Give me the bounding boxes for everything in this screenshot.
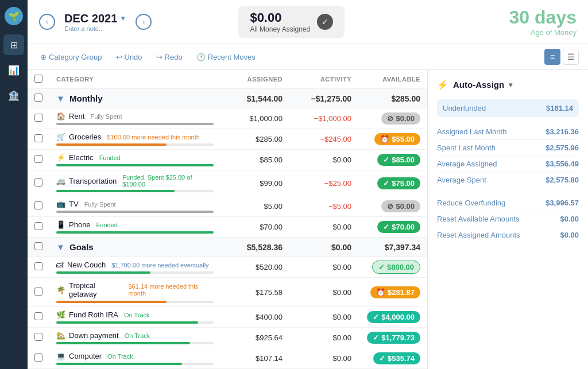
- cat-checkbox[interactable]: [34, 333, 42, 341]
- cat-checkbox[interactable]: [34, 201, 42, 209]
- action-row: Reset Assigned Amounts $0.00: [437, 227, 579, 243]
- group-arrow-icon[interactable]: ▼: [56, 242, 65, 252]
- available-badge[interactable]: ⏰ $55.00: [374, 133, 420, 145]
- cat-name-text[interactable]: Electric: [69, 153, 94, 162]
- add-category-group-button[interactable]: ⊕ Category Group: [37, 51, 106, 64]
- available-badge[interactable]: ✓ $1,779.73: [367, 332, 420, 344]
- cat-name-text[interactable]: Fund Roth IRA: [69, 310, 118, 319]
- action-label[interactable]: Reduce Overfunding: [437, 199, 505, 207]
- assigned-header: ASSIGNED: [220, 70, 289, 89]
- group-arrow-icon[interactable]: ▼: [56, 94, 65, 103]
- badge-icon: ✓: [383, 223, 389, 231]
- cat-name-text[interactable]: Rent: [69, 112, 84, 121]
- cat-assigned-amount[interactable]: $1,000.00: [220, 108, 289, 129]
- cat-icon: 🛋: [56, 261, 64, 269]
- group-assigned: $1,544.00: [220, 89, 289, 108]
- cat-checkbox[interactable]: [34, 262, 42, 270]
- stat-label[interactable]: Average Spent: [437, 176, 486, 184]
- select-all-checkbox[interactable]: [34, 75, 42, 83]
- group-checkbox[interactable]: [34, 242, 42, 250]
- sidebar-logo[interactable]: 🌱: [5, 7, 23, 25]
- group-checkbox[interactable]: [34, 94, 42, 102]
- available-badge[interactable]: ✓ $70.00: [377, 221, 420, 233]
- month-dropdown[interactable]: ▼: [119, 14, 126, 22]
- age-of-money: 30 days Age of Money: [509, 7, 577, 37]
- cat-assigned-amount[interactable]: $99.00: [220, 170, 289, 196]
- cat-checkbox[interactable]: [34, 354, 42, 362]
- available-badge[interactable]: ⊘ $0.00: [381, 112, 420, 125]
- cat-assigned-amount[interactable]: $175.58: [220, 278, 289, 307]
- cat-name-text[interactable]: Transportation: [69, 177, 117, 185]
- cat-name: 🏡 Down payment On Track: [56, 331, 214, 340]
- cat-assigned-amount[interactable]: $70.00: [220, 217, 289, 238]
- cat-checkbox[interactable]: [34, 155, 42, 163]
- underfunded-row[interactable]: Underfunded $161.14: [437, 99, 579, 117]
- note-field[interactable]: Enter a note...: [64, 25, 126, 32]
- sidebar-item-home[interactable]: ⊞: [3, 34, 24, 55]
- cat-checkbox[interactable]: [34, 134, 42, 142]
- cat-subtitle: On Track: [107, 353, 133, 360]
- stats-container: Assigned Last Month $3,216.36 Spent Last…: [437, 124, 579, 188]
- cat-checkbox[interactable]: [34, 288, 42, 296]
- progress-bar-wrap: [56, 211, 214, 213]
- cat-checkbox[interactable]: [34, 312, 42, 320]
- cat-checkbox[interactable]: [34, 114, 42, 122]
- cat-assigned-amount[interactable]: $107.14: [220, 348, 289, 369]
- cat-assigned-amount[interactable]: $5.00: [220, 196, 289, 217]
- cat-name: 📱 Phone Funded: [56, 220, 214, 229]
- cat-name-text[interactable]: Computer: [69, 352, 102, 360]
- right-panel: ⚡ Auto-Assign ▾ Underfunded $161.14 Assi…: [427, 70, 588, 369]
- cat-assigned-amount[interactable]: $400.00: [220, 307, 289, 328]
- stat-value: $3,556.49: [546, 160, 579, 168]
- redo-button[interactable]: ↪ Redo: [153, 51, 186, 64]
- cat-checkbox[interactable]: [34, 178, 42, 187]
- cat-assigned-amount[interactable]: $85.00: [220, 150, 289, 170]
- list-view-button[interactable]: ≡: [544, 49, 560, 65]
- stat-label[interactable]: Assigned Last Month: [437, 127, 506, 136]
- undo-button[interactable]: ↩ Undo: [113, 51, 146, 64]
- sidebar-item-chart[interactable]: 📊: [3, 60, 24, 80]
- cat-checkbox-cell: [28, 196, 49, 217]
- available-badge[interactable]: ⊘ $0.00: [381, 200, 420, 212]
- available-badge[interactable]: ✓ $535.74: [373, 352, 420, 364]
- table-row: 🏡 Down payment On Track $925.64 $0.00 ✓ …: [28, 328, 427, 348]
- badge-icon: ⊘: [387, 202, 393, 211]
- cat-assigned-amount[interactable]: $925.64: [220, 328, 289, 348]
- action-label[interactable]: Reset Assigned Amounts: [437, 231, 520, 239]
- cat-icon: 🌿: [56, 310, 65, 319]
- sidebar-item-bank[interactable]: 🏦: [3, 85, 24, 106]
- cat-assigned-amount[interactable]: $520.00: [220, 257, 289, 278]
- cat-icon: 💻: [56, 352, 65, 360]
- stat-label[interactable]: Spent Last Month: [437, 143, 496, 152]
- available-amount: $85.00: [392, 156, 415, 164]
- cat-name-text[interactable]: New Couch: [67, 261, 106, 269]
- available-badge[interactable]: ✓ $85.00: [377, 154, 420, 166]
- sidebar: 🌱 ⊞ 📊 🏦: [0, 0, 28, 369]
- cat-info-cell: ⚡ Electric Funded: [49, 150, 220, 170]
- cat-name-text[interactable]: TV: [69, 200, 79, 208]
- available-badge[interactable]: ⏰ $281.87: [370, 286, 420, 298]
- cat-name-text[interactable]: Groceries: [69, 133, 101, 141]
- badge-icon: ✓: [373, 333, 379, 342]
- cat-name-text[interactable]: Down payment: [69, 331, 119, 340]
- group-name-cell: ▼ Goals: [49, 238, 220, 257]
- next-month-button[interactable]: ›: [136, 14, 152, 30]
- available-badge[interactable]: ✓ $4,000.00: [367, 311, 420, 323]
- cat-name-text[interactable]: Tropical getaway: [69, 281, 123, 298]
- prev-month-button[interactable]: ‹: [39, 14, 55, 30]
- auto-assign-chevron[interactable]: ▾: [509, 81, 512, 89]
- available-badge[interactable]: ✓ $75.00: [377, 177, 420, 189]
- table-row: 🏠 Rent Fully Spent $1,000.00 −$1,000.00 …: [28, 108, 427, 129]
- grid-view-button[interactable]: ☰: [563, 49, 579, 65]
- cat-name-text[interactable]: Phone: [69, 220, 91, 229]
- cat-available-cell: ⏰ $281.87: [358, 278, 427, 307]
- stat-label[interactable]: Average Assigned: [437, 160, 497, 168]
- action-label[interactable]: Reset Available Amounts: [437, 215, 520, 223]
- cat-assigned-amount[interactable]: $285.00: [220, 129, 289, 150]
- progress-bar: [56, 363, 182, 365]
- available-badge[interactable]: ✓ $800.00: [372, 261, 420, 274]
- cat-checkbox[interactable]: [34, 222, 42, 230]
- recent-moves-button[interactable]: 🕐 Recent Moves: [193, 51, 259, 64]
- activity-header: ACTIVITY: [289, 70, 358, 89]
- month-title: DEC 2021: [64, 12, 117, 25]
